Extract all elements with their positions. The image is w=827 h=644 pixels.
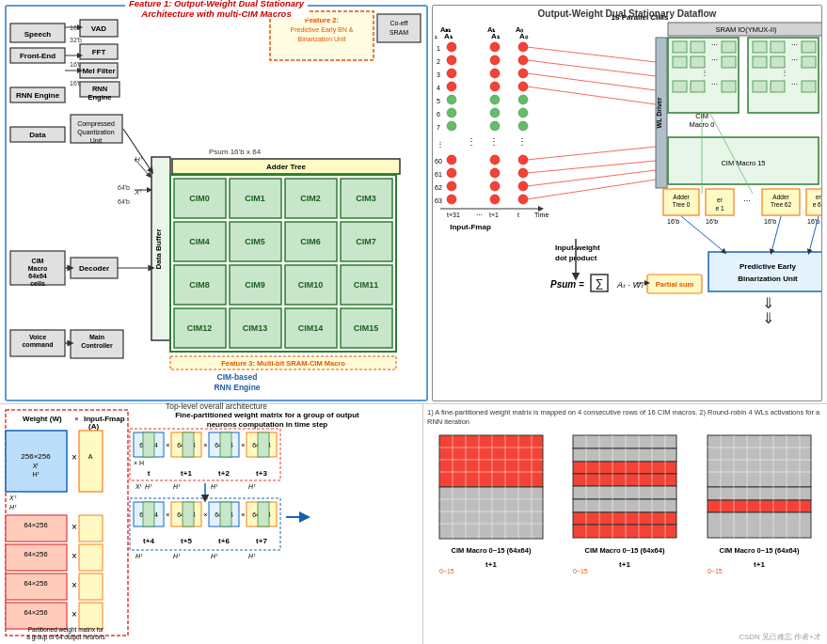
svg-rect-173 bbox=[722, 56, 736, 68]
svg-text:FFT: FFT bbox=[92, 48, 106, 56]
svg-text:0~15: 0~15 bbox=[439, 568, 454, 574]
svg-text:CIM15: CIM15 bbox=[354, 323, 379, 333]
bottom-half: Weight (W) × Input-Fmap (A) 256×256 Xᵗ H… bbox=[0, 404, 827, 644]
svg-text:1: 1 bbox=[437, 45, 440, 52]
cim-description: 1) A fine-partitioned weight matrix is m… bbox=[427, 408, 823, 427]
svg-text:×: × bbox=[74, 415, 79, 423]
svg-point-123 bbox=[490, 55, 500, 65]
svg-point-122 bbox=[490, 42, 500, 52]
svg-text:⋯: ⋯ bbox=[743, 196, 751, 205]
svg-text:⋮: ⋮ bbox=[781, 69, 788, 77]
svg-text:3: 3 bbox=[437, 71, 440, 78]
svg-text:A₀: A₀ bbox=[516, 25, 524, 34]
svg-rect-183 bbox=[771, 41, 785, 53]
svg-text:⋮: ⋮ bbox=[701, 69, 708, 77]
svg-text:Input-weight: Input-weight bbox=[555, 243, 600, 252]
svg-text:×: × bbox=[72, 609, 77, 620]
top-half: Feature 1: Output-Weight Dual Stationary… bbox=[0, 0, 827, 404]
svg-text:Engine: Engine bbox=[87, 93, 111, 102]
svg-point-116 bbox=[447, 55, 456, 65]
svg-text:Adder: Adder bbox=[772, 194, 789, 200]
svg-text:CIM7: CIM7 bbox=[356, 237, 376, 246]
svg-rect-176 bbox=[691, 81, 705, 92]
svg-point-131 bbox=[518, 69, 528, 78]
svg-rect-298 bbox=[183, 432, 194, 457]
svg-text:t+31: t+31 bbox=[447, 212, 460, 218]
svg-text:Hᵗ: Hᵗ bbox=[135, 553, 143, 559]
svg-line-98 bbox=[135, 159, 150, 176]
svg-text:A₁: A₁ bbox=[487, 25, 496, 34]
svg-text:CIM9: CIM9 bbox=[245, 280, 265, 290]
svg-text:Decoder: Decoder bbox=[79, 264, 109, 273]
svg-line-207 bbox=[527, 170, 656, 186]
svg-rect-182 bbox=[753, 41, 767, 53]
svg-text:CIM14: CIM14 bbox=[298, 323, 324, 333]
svg-rect-271 bbox=[79, 573, 103, 600]
svg-text:CIM2: CIM2 bbox=[300, 194, 321, 203]
svg-text:VAD: VAD bbox=[91, 24, 107, 33]
svg-rect-187 bbox=[771, 56, 785, 68]
svg-text:×: × bbox=[241, 441, 246, 449]
svg-text:Voice: Voice bbox=[29, 334, 46, 340]
svg-text:Hᵗ: Hᵗ bbox=[173, 553, 181, 559]
weight-matrix-svg: Weight (W) × Input-Fmap (A) 256×256 Xᵗ H… bbox=[4, 408, 418, 641]
svg-text:CIM-based: CIM-based bbox=[217, 372, 258, 382]
bottom-left-panel: Weight (W) × Input-Fmap (A) 256×256 Xᵗ H… bbox=[0, 404, 423, 644]
svg-text:Controller: Controller bbox=[81, 342, 113, 349]
svg-text:Speech: Speech bbox=[24, 30, 52, 39]
svg-text:4: 4 bbox=[437, 85, 440, 91]
bottom-right-panel: 1) A fine-partitioned weight matrix is m… bbox=[423, 404, 827, 644]
svg-rect-356 bbox=[573, 474, 676, 486]
cim-grid-svg-3: CIM Macro 0~15 (64x64) t+1 0~15 bbox=[703, 431, 816, 576]
svg-text:Hᵗ: Hᵗ bbox=[248, 553, 256, 559]
cim-grid-3: CIM Macro 0~15 (64x64) t+1 0~15 bbox=[695, 431, 823, 578]
svg-rect-318 bbox=[183, 502, 194, 526]
svg-text:Xᵗ: Xᵗ bbox=[33, 463, 40, 469]
svg-text:CIM1: CIM1 bbox=[245, 194, 265, 203]
svg-rect-87 bbox=[377, 14, 421, 42]
svg-line-206 bbox=[527, 161, 656, 173]
left-panel-title: Feature 1: Output-Weight Dual Stationary… bbox=[125, 0, 308, 19]
svg-rect-186 bbox=[753, 56, 767, 68]
svg-rect-170 bbox=[673, 56, 687, 68]
svg-text:e 1: e 1 bbox=[715, 205, 724, 212]
svg-text:CIM11: CIM11 bbox=[354, 280, 379, 290]
svg-rect-257 bbox=[79, 431, 103, 492]
svg-rect-239 bbox=[708, 252, 822, 291]
svg-text:0~15: 0~15 bbox=[573, 568, 588, 574]
svg-point-146 bbox=[447, 195, 456, 204]
svg-text:7: 7 bbox=[437, 124, 440, 131]
svg-text:Partial sum: Partial sum bbox=[656, 280, 694, 289]
svg-rect-167 bbox=[691, 41, 705, 53]
feature1-title-line1: Feature 1: Output-Weight Dual Stationary bbox=[129, 0, 304, 8]
svg-rect-372 bbox=[708, 487, 811, 500]
svg-text:RNN: RNN bbox=[92, 85, 107, 93]
right-panel-title: Output-Weight Dual Stationary Dataflow bbox=[538, 8, 717, 19]
svg-rect-336 bbox=[439, 487, 543, 539]
svg-text:command: command bbox=[22, 341, 53, 348]
svg-text:Data: Data bbox=[29, 131, 46, 139]
svg-text:t+4: t+4 bbox=[143, 537, 154, 545]
cim-grid-svg-1: CIM Macro 0~15 (64x64) t+1 0~15 bbox=[435, 431, 548, 576]
svg-point-134 bbox=[518, 108, 528, 118]
svg-text:Binarization Unit: Binarization Unit bbox=[298, 36, 346, 42]
svg-text:Hᵗ: Hᵗ bbox=[173, 483, 181, 490]
svg-text:⋯: ⋯ bbox=[791, 41, 798, 48]
svg-text:t+3: t+3 bbox=[256, 469, 267, 478]
svg-text:CIM10: CIM10 bbox=[298, 280, 324, 290]
svg-text:Hᵗ: Hᵗ bbox=[248, 483, 256, 490]
svg-text:Tree 0: Tree 0 bbox=[673, 201, 691, 208]
svg-text:er: er bbox=[816, 194, 822, 200]
svg-text:t+1: t+1 bbox=[754, 560, 765, 569]
architecture-svg: Speech 16'b VAD 32'b Front-End FFT 16'b bbox=[7, 7, 426, 401]
svg-text:⇓: ⇓ bbox=[762, 295, 774, 311]
svg-text:CIM Macro 0~15 (64x64): CIM Macro 0~15 (64x64) bbox=[452, 546, 532, 555]
svg-text:6: 6 bbox=[437, 111, 440, 118]
svg-text:t+6: t+6 bbox=[218, 537, 230, 545]
svg-rect-358 bbox=[573, 499, 676, 512]
svg-text:⋮: ⋮ bbox=[437, 140, 444, 149]
svg-text:t+5: t+5 bbox=[181, 537, 192, 545]
svg-rect-374 bbox=[708, 512, 811, 538]
svg-point-127 bbox=[490, 108, 500, 118]
svg-text:CIM5: CIM5 bbox=[245, 237, 265, 246]
